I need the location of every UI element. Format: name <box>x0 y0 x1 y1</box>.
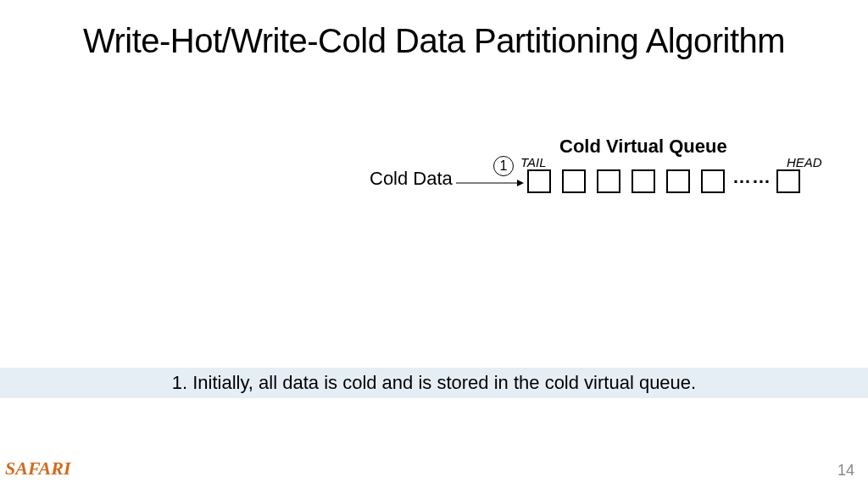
cold-data-label: Cold Data <box>370 168 453 190</box>
queue-slot <box>666 169 690 193</box>
queue-slot <box>597 169 620 193</box>
queue-title: Cold Virtual Queue <box>559 136 727 158</box>
caption-text: 1. Initially, all data is cold and is st… <box>172 372 696 394</box>
svg-marker-1 <box>517 180 524 186</box>
queue-slot <box>562 169 586 193</box>
slide-title: Write-Hot/Write-Cold Data Partitioning A… <box>0 22 868 60</box>
queue-slot <box>776 169 800 193</box>
queue-boxes: …… <box>527 169 800 193</box>
ellipsis: …… <box>732 171 771 183</box>
queue-slot <box>632 169 655 193</box>
queue-slot <box>527 169 551 193</box>
footer-logo: SAFARI <box>5 458 70 480</box>
head-label: HEAD <box>787 155 822 169</box>
tail-label: TAIL <box>520 155 547 169</box>
step-badge: 1 <box>493 156 514 176</box>
page-number: 14 <box>837 462 854 480</box>
arrow-icon <box>456 177 524 189</box>
queue-slot <box>701 169 725 193</box>
caption-bar: 1. Initially, all data is cold and is st… <box>0 368 868 398</box>
